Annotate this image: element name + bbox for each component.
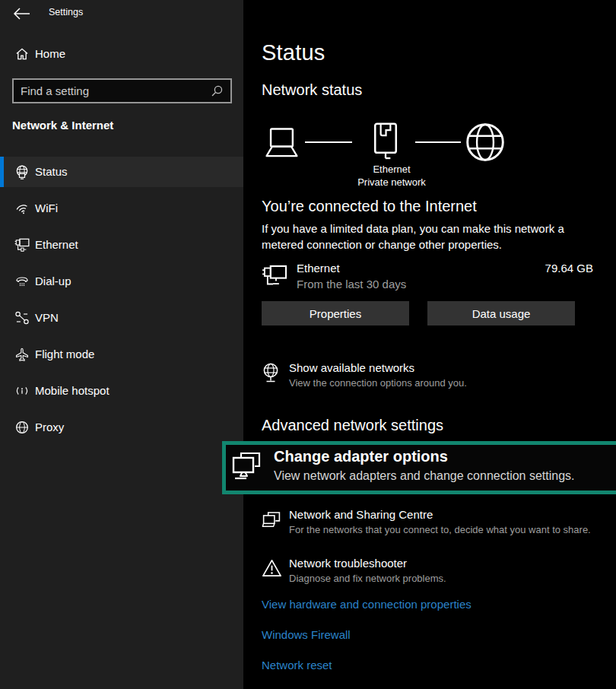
wifi-icon <box>14 201 30 216</box>
ethernet-plug-icon <box>372 122 399 161</box>
sidebar-item-status[interactable]: Status <box>0 157 243 187</box>
sharing-centre-icon <box>262 510 281 531</box>
ethernet-adapter-icon <box>262 263 287 289</box>
usage-period: From the last 30 days <box>297 278 406 291</box>
usage-connection-name: Ethernet <box>297 262 340 275</box>
link-network-reset[interactable]: Network reset <box>262 659 332 672</box>
data-usage-button[interactable]: Data usage <box>427 301 575 325</box>
search-box <box>12 78 232 103</box>
settings-window: Settings Home Network & Internet <box>0 0 616 689</box>
properties-button[interactable]: Properties <box>262 301 409 325</box>
sidebar-item-proxy[interactable]: Proxy <box>0 412 243 443</box>
sidebar-item-wifi[interactable]: WiFi <box>0 193 243 224</box>
change-adapter-options-row[interactable]: Change adapter options View network adap… <box>228 447 612 490</box>
available-networks-globe-icon <box>262 363 280 384</box>
sidebar-item-label: WiFi <box>35 202 58 214</box>
network-troubleshooter-row[interactable]: Network troubleshooter Diagnose and fix … <box>262 557 611 591</box>
status-icon <box>14 164 30 179</box>
connection-diagram: Ethernet Private network <box>262 122 596 186</box>
dialup-phone-icon <box>14 274 30 289</box>
internet-globe-icon <box>465 122 505 162</box>
diagram-connection-name: Ethernet <box>335 164 449 175</box>
sidebar-item-flight-mode[interactable]: Flight mode <box>0 339 243 370</box>
row-title: Change adapter options <box>274 448 448 465</box>
home-icon <box>14 46 30 62</box>
back-button[interactable] <box>12 7 32 21</box>
ethernet-icon <box>14 237 30 252</box>
sidebar-item-home[interactable]: Home <box>0 43 243 68</box>
sidebar-nav: Status WiFi <box>0 157 243 449</box>
sidebar-item-label: Status <box>35 165 68 178</box>
connected-status-text: You’re connected to the Internet <box>262 198 477 215</box>
row-title: Show available networks <box>289 361 414 374</box>
connection-line <box>415 141 461 143</box>
laptop-icon <box>262 126 301 160</box>
sidebar-item-ethernet[interactable]: Ethernet <box>0 230 243 260</box>
link-windows-firewall[interactable]: Windows Firewall <box>262 628 351 641</box>
sidebar-item-label: Ethernet <box>35 238 78 251</box>
sidebar-item-label: Flight mode <box>35 348 94 360</box>
sidebar-section-title: Network & Internet <box>12 119 113 132</box>
connection-line <box>305 141 352 143</box>
hotspot-icon <box>14 383 30 398</box>
search-icon[interactable] <box>211 84 224 97</box>
show-available-networks-row[interactable]: Show available networks View the connect… <box>262 361 611 395</box>
titlebar: Settings <box>0 0 243 27</box>
sidebar-item-dialup[interactable]: Dial-up <box>0 266 243 297</box>
sidebar-item-label: Home <box>35 47 65 60</box>
airplane-icon <box>14 347 30 362</box>
sidebar-item-mobile-hotspot[interactable]: Mobile hotspot <box>0 376 243 406</box>
network-sharing-centre-row[interactable]: Network and Sharing Centre For the netwo… <box>262 508 611 542</box>
warning-triangle-icon <box>262 558 282 578</box>
row-title: Network and Sharing Centre <box>289 508 433 521</box>
row-subtitle: Diagnose and fix network problems. <box>289 573 446 584</box>
advanced-settings-heading: Advanced network settings <box>262 417 443 434</box>
connection-description: If you have a limited data plan, you can… <box>262 221 604 252</box>
app-title: Settings <box>49 7 83 17</box>
sidebar-item-label: Mobile hotspot <box>35 384 110 397</box>
sidebar-item-vpn[interactable]: VPN <box>0 303 243 333</box>
back-arrow-icon <box>12 7 32 21</box>
link-view-hardware-properties[interactable]: View hardware and connection properties <box>262 598 472 611</box>
sidebar-item-label: Proxy <box>35 421 64 433</box>
network-status-heading: Network status <box>262 81 362 99</box>
adapter-monitors-icon <box>231 451 262 486</box>
selected-accent-bar <box>0 157 4 187</box>
row-subtitle: For the networks that you connect to, de… <box>289 524 591 535</box>
proxy-globe-icon <box>14 420 30 435</box>
usage-amount: 79.64 GB <box>545 262 593 275</box>
row-title: Network troubleshooter <box>289 557 407 570</box>
row-subtitle: View network adapters and change connect… <box>274 469 575 483</box>
sidebar: Settings Home Network & Internet <box>0 0 243 689</box>
search-input[interactable] <box>14 80 211 102</box>
data-usage-row: Ethernet From the last 30 days 79.64 GB <box>262 260 593 291</box>
sidebar-item-label: Dial-up <box>35 275 71 287</box>
sidebar-item-label: VPN <box>35 311 59 324</box>
row-subtitle: View the connection options around you. <box>289 377 467 389</box>
diagram-network-type: Private network <box>335 176 449 188</box>
page-title: Status <box>262 40 325 65</box>
vpn-icon <box>14 310 30 325</box>
